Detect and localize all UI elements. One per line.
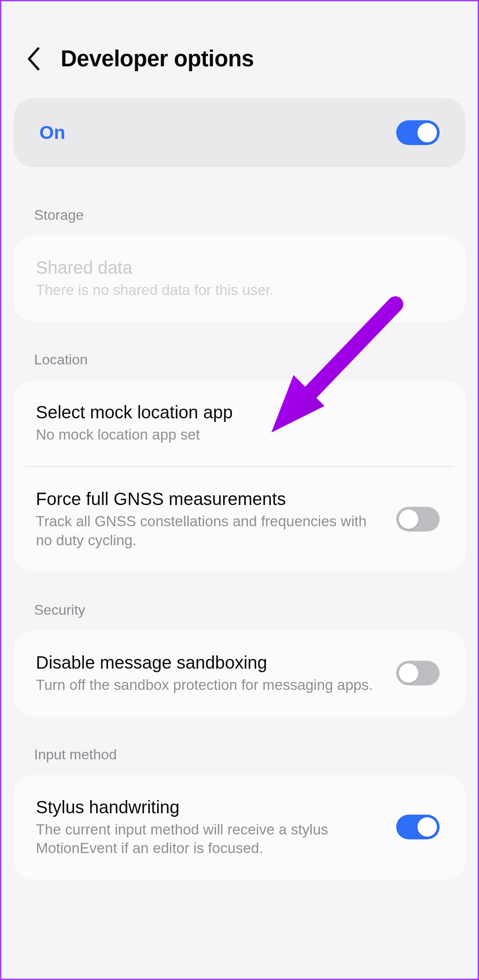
master-status-label: On: [39, 122, 65, 143]
row-title: Disable message sandboxing: [36, 652, 383, 673]
row-sub: The current input method will receive a …: [36, 820, 383, 858]
section-header-input-method: Input method: [14, 733, 465, 775]
card-location: Select mock location app No mock locatio…: [14, 380, 465, 572]
card-input-method: Stylus handwriting The current input met…: [14, 775, 465, 880]
row-sub: Track all GNSS constellations and freque…: [36, 512, 383, 549]
row-sandboxing[interactable]: Disable message sandboxing Turn off the …: [14, 631, 465, 716]
page-title: Developer options: [61, 46, 254, 72]
card-security: Disable message sandboxing Turn off the …: [14, 631, 465, 716]
section-header-location: Location: [14, 338, 465, 380]
back-icon[interactable]: [26, 47, 41, 70]
row-sub: There is no shared data for this user.: [36, 281, 440, 299]
row-sub: No mock location app set: [36, 425, 440, 444]
row-title: Stylus handwriting: [36, 796, 383, 818]
row-title: Shared data: [36, 257, 440, 278]
row-title: Select mock location app: [36, 402, 440, 423]
card-storage: Shared data There is no shared data for …: [14, 236, 465, 322]
section-header-security: Security: [14, 589, 465, 631]
row-gnss[interactable]: Force full GNSS measurements Track all G…: [25, 466, 454, 571]
stylus-toggle[interactable]: [396, 815, 440, 839]
row-sub: Turn off the sandbox protection for mess…: [36, 676, 383, 694]
section-header-storage: Storage: [14, 194, 465, 236]
master-toggle-row[interactable]: On: [14, 98, 465, 167]
master-toggle[interactable]: [396, 120, 440, 145]
row-title: Force full GNSS measurements: [36, 488, 383, 509]
row-mock-location[interactable]: Select mock location app No mock locatio…: [14, 380, 465, 466]
header: Developer options: [1, 1, 478, 98]
sandboxing-toggle[interactable]: [396, 661, 440, 685]
row-shared-data[interactable]: Shared data There is no shared data for …: [14, 236, 465, 322]
gnss-toggle[interactable]: [396, 507, 440, 532]
row-stylus[interactable]: Stylus handwriting The current input met…: [14, 775, 465, 880]
